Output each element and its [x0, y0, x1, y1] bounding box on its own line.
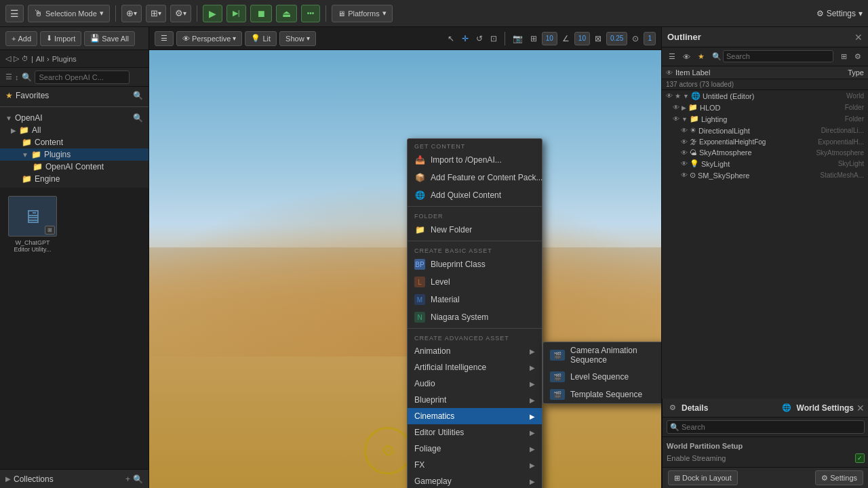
settings-gear-icon: ⚙ [816, 9, 824, 18]
level-sequence-submenu-item[interactable]: 🎬 Level Sequence [543, 368, 661, 386]
import-menu-item[interactable]: 📥 Import to /OpenAI... [408, 151, 542, 169]
outliner-layout-button[interactable]: ⊞ [838, 49, 850, 64]
selection-mode-label: Selection Mode [45, 9, 97, 18]
all-item[interactable]: ▶ 📁 All [0, 124, 149, 136]
details-globe-button[interactable]: 🌐 [779, 401, 794, 415]
add-feature-menu-item[interactable]: 📦 Add Feature or Content Pack... [408, 169, 542, 186]
select-tool-button[interactable]: ↖ [445, 31, 457, 46]
openai-content-item[interactable]: 📁 OpenAI Content [0, 161, 149, 173]
world-settings-close-button[interactable]: ✕ [856, 403, 865, 413]
content-folder-icon: 📁 [22, 138, 32, 147]
outliner-item-skyatmosphere[interactable]: 👁 🌤 SkyAtmosphere SkyAtmosphere [662, 147, 868, 158]
play-button[interactable]: ▶ [203, 5, 222, 22]
path-bar: ◁ ▷ ⏱ | All › Plugins [0, 50, 149, 68]
new-folder-menu-item[interactable]: 📁 New Folder [408, 221, 542, 239]
outliner-star-button[interactable]: ★ [695, 49, 707, 64]
perspective-button[interactable]: 👁 Perspective ▾ [176, 31, 242, 46]
gameplay-menu-item[interactable]: Gameplay ▶ [408, 473, 542, 488]
forward-button[interactable]: ▷ [14, 54, 19, 63]
outliner-item-smskysphere[interactable]: 👁 ⊙ SM_SkySphere StaticMeshA... [662, 169, 868, 181]
outliner-eye-button[interactable]: 👁 [680, 49, 693, 64]
audio-menu-item[interactable]: Audio ▶ [408, 375, 542, 392]
outliner-item-lighting[interactable]: 👁 ▼ 📁 Lighting Folder [662, 113, 868, 125]
favorites-item[interactable]: ★ Favorites 🔍 [0, 89, 149, 102]
grid-snap-button[interactable]: ⊞ ▾ [146, 5, 166, 22]
outliner-item-untitled[interactable]: 👁 ★ ▼ 🌐 Untitled (Editor) World [662, 90, 868, 102]
outliner-item-skylight[interactable]: 👁 💡 SkyLight SkyLight [662, 158, 868, 169]
outliner-item-hlod[interactable]: 👁 ▶ 📁 HLOD Folder [662, 102, 868, 113]
rotate-tool-button[interactable]: ↺ [473, 31, 486, 46]
settings-button[interactable]: ⚙ Settings ▾ [816, 9, 863, 18]
platforms-button[interactable]: 🖥 Platforms ▾ [332, 5, 392, 22]
template-sequence-submenu-item[interactable]: 🎬 Template Sequence [543, 386, 661, 403]
collections-filter-icon[interactable]: 🔍 [133, 474, 143, 484]
cinematics-menu-item[interactable]: Cinematics ▶ [408, 408, 542, 424]
dock-in-layout-button[interactable]: ⊞ Dock in Layout [668, 470, 738, 485]
editor-utilities-menu-item[interactable]: Editor Utilities ▶ [408, 424, 542, 441]
blueprint-class-menu-item[interactable]: BP Blueprint Class [408, 256, 542, 273]
hamburger-menu-button[interactable]: ☰ [5, 5, 24, 22]
view-icon-button[interactable]: ⊙ [629, 31, 642, 46]
angle-icon-button[interactable]: ∠ [559, 31, 572, 46]
add-quixel-menu-item[interactable]: 🌐 Add Quixel Content [408, 186, 542, 204]
engine-item[interactable]: 📁 Engine [0, 173, 149, 185]
show-button[interactable]: Show ▾ [279, 31, 316, 46]
plugins-item[interactable]: ▼ 📁 Plugins [0, 148, 149, 161]
outliner-item-expheightfog[interactable]: 👁 🌫 ExponentialHeightFog ExponentialH... [662, 136, 868, 147]
outliner-search-input[interactable] [723, 50, 833, 62]
ai-menu-item[interactable]: Artificial Intelligence ▶ [408, 359, 542, 375]
asset-item[interactable]: 🖥 ⊞ W_ChatGPT Editor Utility... [5, 193, 60, 256]
openai-search-icon[interactable]: 🔍 [133, 113, 143, 123]
skip-forward-button[interactable]: ▶| [226, 5, 246, 22]
details-icon-button[interactable]: ⚙ [667, 401, 679, 415]
outliner-filter-button[interactable]: ☰ [666, 49, 678, 64]
material-menu-item[interactable]: M Material [408, 291, 542, 308]
add-button[interactable]: + Add [5, 31, 37, 46]
viewport-canvas[interactable]: GET CONTENT 📥 Import to /OpenAI... 📦 Add… [149, 50, 661, 488]
foliage-menu-item[interactable]: Foliage ▶ [408, 441, 542, 457]
save-all-button[interactable]: 💾 Save All [84, 31, 135, 46]
stop-button[interactable]: ⏹ [250, 5, 272, 22]
perspective-arrow: ▾ [233, 35, 236, 42]
path-plugins[interactable]: Plugins [52, 55, 77, 63]
details-content: World Partition Setup Enable Streaming ✓ [663, 437, 868, 467]
details-settings-button[interactable]: ⚙ Settings [815, 470, 863, 485]
camera-animation-submenu-item[interactable]: 🎬 Camera Animation Sequence [543, 342, 661, 368]
fx-menu-item[interactable]: FX ▶ [408, 457, 542, 473]
outliner-settings-button[interactable]: ⚙ [852, 49, 864, 64]
outliner-close-button[interactable]: ✕ [854, 32, 863, 43]
level-menu-item[interactable]: L Level [408, 273, 542, 291]
outliner-item-directionallight[interactable]: 👁 ☀ DirectionalLight DirectionalLi... [662, 125, 868, 136]
camera-speed-button[interactable]: 📷 [510, 31, 526, 46]
search-favorites-icon[interactable]: 🔍 [133, 91, 143, 100]
move-tool-button[interactable]: ✛ [459, 31, 471, 46]
details-search-input[interactable] [682, 423, 861, 431]
folder-icon-hlod: 📁 [688, 103, 698, 112]
openai-root-item[interactable]: ▼ OpenAI 🔍 [0, 112, 149, 124]
vp-separator-1 [505, 32, 505, 45]
path-all[interactable]: All [36, 55, 44, 63]
content-item[interactable]: 📁 Content [0, 136, 149, 148]
more-play-button[interactable]: ••• [301, 5, 321, 22]
viewport-menu-button[interactable]: ☰ [155, 31, 174, 46]
back-button[interactable]: ◁ [5, 54, 11, 63]
niagara-menu-item[interactable]: N Niagara System [408, 308, 542, 326]
collections-add-icon[interactable]: + [125, 474, 130, 484]
eject-button[interactable]: ⏏ [276, 5, 297, 22]
blueprint-menu-item[interactable]: Blueprint ▶ [408, 392, 542, 408]
menu-divider-1 [408, 206, 542, 207]
level-sequence-icon: 🎬 [550, 371, 565, 382]
lit-button[interactable]: 💡 Lit [245, 31, 277, 46]
enable-streaming-checkbox[interactable]: ✓ [855, 453, 865, 463]
animation-menu-item[interactable]: Animation ▶ [408, 343, 542, 359]
build-icon: ⚙ [175, 8, 183, 18]
scale-tool-button[interactable]: ⊡ [488, 31, 500, 46]
grid-icon-button[interactable]: ⊞ [528, 31, 540, 46]
history-button[interactable]: ⏱ [22, 55, 28, 62]
build-button[interactable]: ⚙ ▾ [170, 5, 191, 22]
selection-mode-button[interactable]: 🖱 Selection Mode ▾ [28, 5, 110, 22]
add-actor-button[interactable]: ⊕ ▾ [121, 5, 142, 22]
content-search-input[interactable] [35, 70, 130, 84]
import-button[interactable]: ⬇ Import [40, 31, 81, 46]
scale-icon-button[interactable]: ⊠ [592, 31, 604, 46]
